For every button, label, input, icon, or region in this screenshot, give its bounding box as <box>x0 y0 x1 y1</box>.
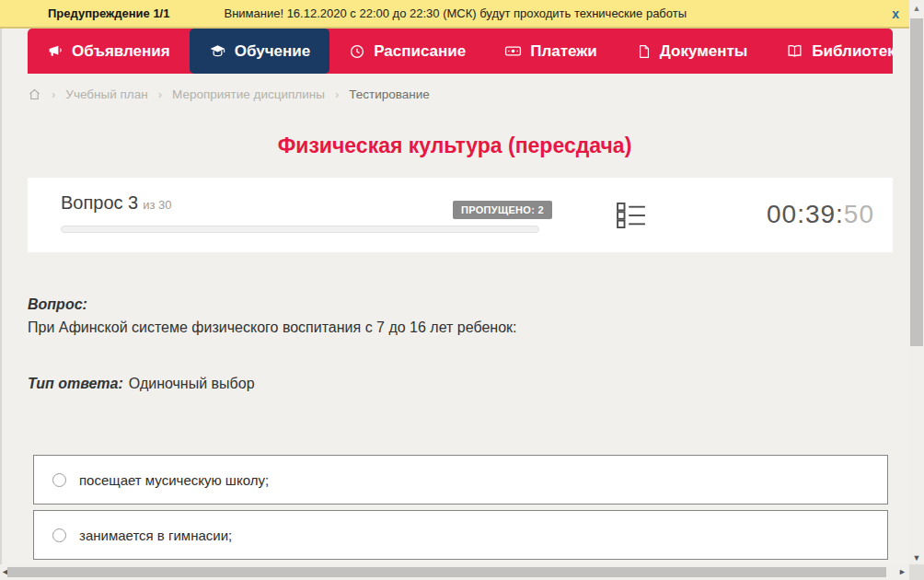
nav-item-label: Обучение <box>235 42 310 61</box>
breadcrumb-separator: › <box>158 87 162 101</box>
radio-button[interactable] <box>52 473 66 487</box>
vertical-scrollbar[interactable]: ▲ ▼ <box>909 0 924 564</box>
question-label: Вопрос: <box>28 296 87 313</box>
scroll-right-icon[interactable]: ► <box>898 567 907 576</box>
answer-type-label: Тип ответа: <box>28 376 123 391</box>
vertical-scrollbar-thumb[interactable] <box>910 18 923 346</box>
breadcrumb-separator: › <box>335 87 339 101</box>
warning-banner: Предупреждение 1/1 Внимание! 16.12.2020 … <box>0 0 909 29</box>
skipped-badge: ПРОПУЩЕНО: 2 <box>453 201 552 219</box>
page-title: Физическая культура (пересдача) <box>0 133 909 158</box>
breadcrumb-testing: Тестирование <box>349 87 430 101</box>
question-number: Вопрос 3из 30 <box>61 192 172 214</box>
breadcrumb-discipline-event[interactable]: Мероприятие дисциплины <box>172 87 325 101</box>
answer-option-label: занимается в гимнасии; <box>79 528 232 543</box>
graduation-cap-icon <box>209 42 226 60</box>
close-icon[interactable]: x <box>892 6 899 21</box>
main-navbar: Объявления Обучение Расписание Платежи Д… <box>28 29 893 74</box>
warning-title: Предупреждение 1/1 <box>48 6 169 20</box>
answer-type-value: Одиночный выбор <box>129 376 255 391</box>
book-icon <box>786 42 803 60</box>
nav-item-label: Документы <box>660 42 748 61</box>
answer-option[interactable]: посещает мусическую школу; <box>33 455 888 505</box>
breadcrumb-curriculum[interactable]: Учебный план <box>65 87 147 101</box>
nav-item-label: Платежи <box>530 42 597 61</box>
question-number-label: Вопрос 3 <box>61 192 138 213</box>
nav-item-announcements[interactable]: Объявления <box>28 29 190 74</box>
radio-button[interactable] <box>52 528 66 542</box>
nav-item-library[interactable]: Библиотека <box>767 29 893 74</box>
document-icon <box>636 43 652 60</box>
breadcrumb-separator: › <box>52 87 55 101</box>
timer: 00:39:50 <box>767 200 874 229</box>
window-edge <box>0 0 2 580</box>
nav-item-label: Библиотека <box>812 42 893 61</box>
nav-item-documents[interactable]: Документы <box>617 29 768 74</box>
nav-item-label: Объявления <box>72 42 170 61</box>
horizontal-scrollbar[interactable]: ◄ ► <box>0 564 909 580</box>
scroll-down-icon[interactable]: ▼ <box>909 553 924 563</box>
question-list-icon[interactable] <box>617 203 646 232</box>
timer-seconds: 50 <box>844 200 874 228</box>
nav-item-label: Расписание <box>374 42 466 61</box>
scrollbar-corner <box>909 564 924 580</box>
home-icon[interactable] <box>28 87 41 101</box>
nav-item-schedule[interactable]: Расписание <box>329 29 485 74</box>
breadcrumb: › Учебный план › Мероприятие дисциплины … <box>28 85 430 103</box>
answer-type-row: Тип ответа:Одиночный выбор <box>28 376 255 392</box>
progress-bar <box>61 226 539 233</box>
scroll-up-icon[interactable]: ▲ <box>909 4 924 13</box>
nav-item-learning[interactable]: Обучение <box>190 29 329 74</box>
horizontal-scrollbar-thumb[interactable] <box>7 567 886 577</box>
question-header-card: Вопрос 3из 30 ПРОПУЩЕНО: 2 00:39:50 <box>28 178 893 252</box>
answer-option[interactable]: занимается в гимнасии; <box>33 510 888 560</box>
banknote-icon <box>504 42 522 60</box>
answer-option-label: посещает мусическую школу; <box>79 472 269 488</box>
question-total: из 30 <box>143 198 171 212</box>
megaphone-icon <box>47 43 64 60</box>
timer-hours-minutes: 00:39: <box>767 200 844 228</box>
warning-message: Внимание! 16.12.2020 с 22:00 до 22:30 (М… <box>224 6 687 20</box>
clock-icon <box>349 43 365 60</box>
question-text: При Афинской системе физического воспита… <box>28 319 517 336</box>
nav-item-payments[interactable]: Платежи <box>485 29 617 74</box>
